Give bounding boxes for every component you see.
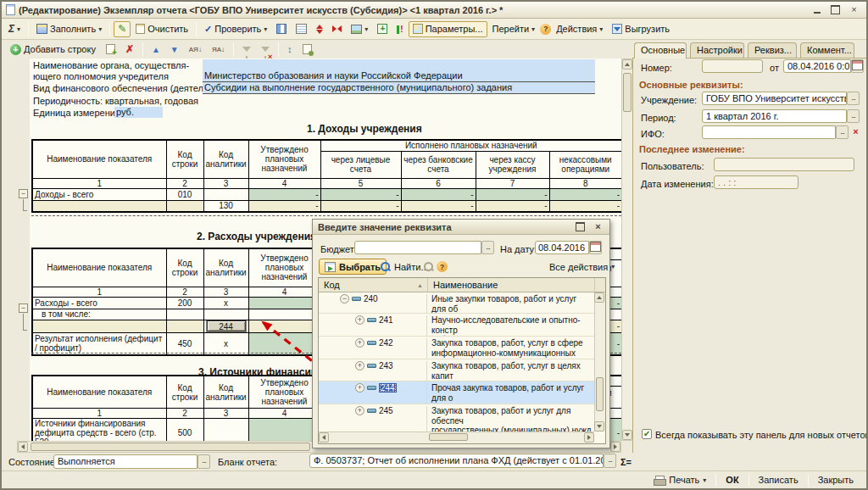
unit-field[interactable]: руб. — [114, 107, 163, 118]
totals-button[interactable]: ! — [392, 21, 407, 37]
budget-field[interactable] — [354, 241, 481, 254]
scroll-thumb[interactable] — [429, 433, 468, 441]
blank-select-button[interactable]: ... — [604, 454, 616, 468]
list-settings-button[interactable] — [298, 42, 316, 58]
filter-button[interactable] — [238, 42, 255, 58]
add-row-button[interactable]: Добавить строку — [6, 42, 100, 58]
minimize-icon[interactable] — [810, 4, 823, 15]
collapse-icon[interactable]: − — [340, 294, 349, 303]
table-view-button[interactable] — [292, 21, 311, 37]
actions-button[interactable]: Действия▾ — [552, 21, 607, 37]
goto-button[interactable]: Перейти▾ — [488, 21, 540, 37]
tab-comment[interactable]: Коммент... — [800, 42, 854, 58]
check-button[interactable]: ✓Проверить▾ — [200, 21, 271, 37]
dialog-help-icon[interactable]: ? — [437, 261, 448, 272]
expand-icon[interactable]: + — [355, 338, 364, 348]
change-date-field[interactable]: . . : : — [714, 175, 798, 189]
ifo-field[interactable] — [702, 125, 836, 139]
all-actions-button[interactable]: Все действия▾ — [543, 259, 620, 275]
institution-select-button[interactable]: ... — [847, 92, 860, 105]
scroll-up-icon[interactable] — [622, 59, 632, 70]
name-column-header[interactable]: Наименование — [427, 278, 594, 292]
scroll-thumb[interactable] — [623, 73, 632, 112]
collapse-rows-button[interactable] — [328, 21, 346, 37]
fill-button[interactable]: Заполнить▾ — [32, 21, 106, 37]
insert-picture-button[interactable]: ▾ — [347, 21, 372, 37]
user-field[interactable] — [714, 158, 854, 171]
maximize-icon[interactable] — [829, 4, 842, 15]
group-collapse-toggle[interactable]: − — [19, 303, 28, 313]
period-select-button[interactable]: ... — [847, 109, 860, 123]
dialog-vertical-scrollbar[interactable] — [594, 292, 605, 432]
founder-value-field[interactable]: Министерство образования и науки Российс… — [203, 70, 595, 82]
ok-button[interactable]: ОК — [720, 474, 744, 486]
code-selection-table[interactable]: Код▲ Наименование −240 Иные закупки това… — [318, 277, 606, 444]
scroll-left-icon[interactable] — [319, 432, 329, 443]
state-field[interactable]: Выполняется — [53, 454, 198, 469]
ifo-select-button[interactable]: ... — [836, 125, 849, 139]
list-item[interactable]: −240 Иные закупки товаров, работ и услуг… — [319, 292, 594, 314]
close-icon[interactable]: × — [848, 4, 860, 15]
scroll-up-icon[interactable] — [594, 292, 604, 303]
list-item[interactable]: +241 Научно-исследовательские и опытно-к… — [319, 314, 594, 337]
tab-settings[interactable]: Настройки — [690, 42, 744, 58]
ifo-clear-icon[interactable]: × — [850, 125, 861, 139]
save-button[interactable]: Записать — [753, 474, 804, 486]
add-section-button[interactable]: + — [373, 21, 392, 37]
sum-button[interactable]: Σ▾ — [4, 21, 25, 37]
form-vertical-scrollbar[interactable] — [621, 58, 633, 441]
group-collapse-toggle[interactable]: − — [19, 189, 28, 198]
budget-select-button[interactable]: ... — [481, 241, 494, 254]
analytics-code-cell-selected[interactable]: 244 — [207, 320, 246, 331]
edit-button[interactable]: ✎ — [114, 21, 131, 37]
scroll-thumb[interactable] — [596, 377, 604, 411]
delete-row-button[interactable] — [121, 42, 138, 58]
dialog-calendar-button[interactable] — [589, 241, 602, 254]
dialog-table-header[interactable]: Код▲ Наименование — [319, 278, 605, 292]
expand-icon[interactable]: + — [355, 315, 364, 325]
expand-icon[interactable]: + — [355, 383, 364, 393]
help-icon[interactable]: ? — [540, 24, 551, 35]
clear-button[interactable]: Очистить — [131, 21, 192, 37]
params-button[interactable]: Параметры... — [409, 21, 487, 37]
calendar-button[interactable] — [851, 59, 864, 73]
move-up-button[interactable] — [147, 42, 164, 58]
expand-rows-button[interactable] — [312, 21, 327, 37]
sort-desc-button[interactable]: ЯА↓ — [208, 42, 229, 58]
dialog-table-body[interactable]: −240 Иные закупки товаров, работ и услуг… — [319, 292, 594, 432]
number-field[interactable] — [702, 59, 763, 73]
close-button[interactable]: Закрыть — [812, 474, 860, 486]
income-table[interactable]: Наименование показателя Код строки Код а… — [31, 139, 621, 213]
scroll-right-icon[interactable] — [610, 442, 620, 452]
clear-filter-button[interactable] — [257, 42, 274, 58]
list-item-selected[interactable]: +244 Прочая закупка товаров, работ и усл… — [319, 381, 594, 404]
scroll-down-icon[interactable] — [622, 430, 632, 440]
move-down-button[interactable] — [166, 42, 183, 58]
autowidth-button[interactable] — [283, 42, 297, 58]
expand-icon[interactable]: + — [355, 406, 364, 415]
scroll-right-icon[interactable] — [584, 432, 594, 443]
tab-requisites[interactable]: Реквиз... — [748, 42, 797, 58]
always-show-panel-checkbox[interactable] — [642, 429, 652, 439]
tab-main-active[interactable]: Основные — [634, 42, 687, 58]
list-item[interactable]: +243 Закупка товаров, работ, услуг в цел… — [319, 359, 594, 381]
institution-field[interactable]: ГОБУ ВПО Университет искусств (Су — [702, 92, 847, 105]
copy-row-button[interactable] — [102, 42, 120, 58]
sort-asc-button[interactable]: АЯ↓ — [185, 42, 206, 58]
on-date-field[interactable]: 08.04.2016 — [535, 241, 589, 254]
fin-type-field[interactable]: Субсидии на выполнение государственного … — [203, 82, 595, 94]
split-view-button[interactable] — [272, 21, 291, 37]
scroll-left-icon[interactable] — [18, 442, 28, 452]
period-field[interactable]: 1 квартал 2016 г. — [702, 109, 847, 123]
dialog-title-bar[interactable]: Введите значение реквизита × — [313, 220, 609, 235]
dialog-maximize-icon[interactable] — [574, 222, 587, 231]
table-row[interactable]: Доходы - всего 010 ----- — [32, 188, 621, 200]
code-column-header[interactable]: Код▲ — [319, 278, 427, 292]
scroll-down-icon[interactable] — [594, 421, 604, 432]
state-select-button[interactable]: ... — [198, 454, 210, 469]
scroll-thumb[interactable] — [31, 443, 310, 451]
dialog-close-icon[interactable]: × — [592, 222, 604, 232]
blank-field[interactable]: Ф. 0503737; Отчет об исполнении плана ФХ… — [309, 454, 604, 468]
list-item[interactable]: +245 Закупка товаров, работ и услуг для … — [319, 404, 594, 432]
print-button[interactable]: Печать▾ — [648, 474, 712, 486]
